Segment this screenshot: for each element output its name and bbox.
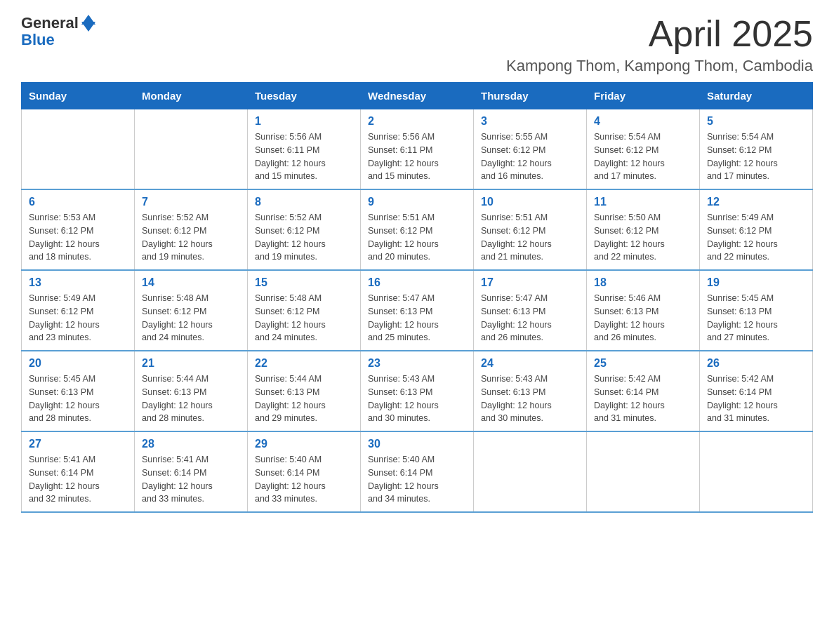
day-number: 6 [29, 196, 127, 208]
calendar-cell: 29Sunrise: 5:40 AMSunset: 6:14 PMDayligh… [248, 431, 361, 512]
calendar-cell: 20Sunrise: 5:45 AMSunset: 6:13 PMDayligh… [22, 351, 135, 431]
day-info: Sunrise: 5:45 AMSunset: 6:13 PMDaylight:… [707, 292, 805, 344]
logo-triangle-down [81, 22, 95, 32]
day-info: Sunrise: 5:40 AMSunset: 6:14 PMDaylight:… [255, 453, 353, 506]
day-info: Sunrise: 5:43 AMSunset: 6:13 PMDaylight:… [481, 373, 579, 425]
title-section: April 2025 Kampong Thom, Kampong Thom, C… [506, 14, 813, 75]
day-info: Sunrise: 5:49 AMSunset: 6:12 PMDaylight:… [29, 292, 127, 344]
day-number: 2 [368, 115, 466, 128]
day-number: 24 [481, 357, 579, 370]
day-number: 26 [707, 357, 805, 370]
calendar-cell: 14Sunrise: 5:48 AMSunset: 6:12 PMDayligh… [135, 270, 248, 351]
day-number: 18 [594, 276, 692, 289]
day-number: 16 [368, 276, 466, 289]
day-number: 27 [29, 438, 127, 450]
calendar-cell [22, 109, 135, 190]
day-info: Sunrise: 5:54 AMSunset: 6:12 PMDaylight:… [707, 130, 805, 183]
calendar-cell: 26Sunrise: 5:42 AMSunset: 6:14 PMDayligh… [700, 351, 813, 431]
day-info: Sunrise: 5:54 AMSunset: 6:12 PMDaylight:… [594, 130, 692, 183]
day-number: 30 [368, 438, 466, 450]
calendar-cell: 28Sunrise: 5:41 AMSunset: 6:14 PMDayligh… [135, 431, 248, 512]
location-title: Kampong Thom, Kampong Thom, Cambodia [506, 57, 813, 75]
day-number: 4 [594, 115, 692, 128]
day-number: 28 [142, 438, 240, 450]
calendar-cell: 13Sunrise: 5:49 AMSunset: 6:12 PMDayligh… [22, 270, 135, 351]
day-info: Sunrise: 5:42 AMSunset: 6:14 PMDaylight:… [707, 373, 805, 425]
day-info: Sunrise: 5:47 AMSunset: 6:13 PMDaylight:… [481, 292, 579, 344]
calendar-cell: 11Sunrise: 5:50 AMSunset: 6:12 PMDayligh… [587, 189, 700, 270]
day-info: Sunrise: 5:44 AMSunset: 6:13 PMDaylight:… [142, 373, 240, 425]
day-info: Sunrise: 5:52 AMSunset: 6:12 PMDaylight:… [142, 211, 240, 264]
calendar-cell: 22Sunrise: 5:44 AMSunset: 6:13 PMDayligh… [248, 351, 361, 431]
weekday-header-cell: Saturday [700, 83, 813, 109]
calendar-cell: 19Sunrise: 5:45 AMSunset: 6:13 PMDayligh… [700, 270, 813, 351]
page-header: General Blue April 2025 Kampong Thom, Ka… [21, 14, 813, 75]
weekday-header-cell: Tuesday [248, 83, 361, 109]
day-info: Sunrise: 5:52 AMSunset: 6:12 PMDaylight:… [255, 211, 353, 264]
weekday-header-cell: Wednesday [361, 83, 474, 109]
day-info: Sunrise: 5:42 AMSunset: 6:14 PMDaylight:… [594, 373, 692, 425]
day-number: 5 [707, 115, 805, 128]
day-info: Sunrise: 5:51 AMSunset: 6:12 PMDaylight:… [368, 211, 466, 264]
day-info: Sunrise: 5:45 AMSunset: 6:13 PMDaylight:… [29, 373, 127, 425]
calendar-cell [474, 431, 587, 512]
day-number: 11 [594, 196, 692, 208]
weekday-header-cell: Monday [135, 83, 248, 109]
weekday-header-row: SundayMondayTuesdayWednesdayThursdayFrid… [22, 83, 813, 109]
day-number: 17 [481, 276, 579, 289]
day-info: Sunrise: 5:44 AMSunset: 6:13 PMDaylight:… [255, 373, 353, 425]
day-number: 15 [255, 276, 353, 289]
day-number: 23 [368, 357, 466, 370]
calendar-week-row: 20Sunrise: 5:45 AMSunset: 6:13 PMDayligh… [22, 351, 813, 431]
day-number: 13 [29, 276, 127, 289]
day-info: Sunrise: 5:50 AMSunset: 6:12 PMDaylight:… [594, 211, 692, 264]
day-number: 9 [368, 196, 466, 208]
day-info: Sunrise: 5:56 AMSunset: 6:11 PMDaylight:… [255, 130, 353, 183]
day-info: Sunrise: 5:55 AMSunset: 6:12 PMDaylight:… [481, 130, 579, 183]
calendar-cell: 5Sunrise: 5:54 AMSunset: 6:12 PMDaylight… [700, 109, 813, 190]
day-number: 22 [255, 357, 353, 370]
calendar-cell: 21Sunrise: 5:44 AMSunset: 6:13 PMDayligh… [135, 351, 248, 431]
calendar-cell: 24Sunrise: 5:43 AMSunset: 6:13 PMDayligh… [474, 351, 587, 431]
logo-general: General [21, 14, 79, 32]
calendar-cell [135, 109, 248, 190]
calendar-cell: 17Sunrise: 5:47 AMSunset: 6:13 PMDayligh… [474, 270, 587, 351]
calendar-cell: 7Sunrise: 5:52 AMSunset: 6:12 PMDaylight… [135, 189, 248, 270]
month-title: April 2025 [506, 14, 813, 54]
calendar-cell: 6Sunrise: 5:53 AMSunset: 6:12 PMDaylight… [22, 189, 135, 270]
calendar-cell: 4Sunrise: 5:54 AMSunset: 6:12 PMDaylight… [587, 109, 700, 190]
day-info: Sunrise: 5:40 AMSunset: 6:14 PMDaylight:… [368, 453, 466, 506]
day-info: Sunrise: 5:56 AMSunset: 6:11 PMDaylight:… [368, 130, 466, 183]
weekday-header-cell: Thursday [474, 83, 587, 109]
calendar-cell: 9Sunrise: 5:51 AMSunset: 6:12 PMDaylight… [361, 189, 474, 270]
day-number: 20 [29, 357, 127, 370]
weekday-header-cell: Friday [587, 83, 700, 109]
calendar-cell: 1Sunrise: 5:56 AMSunset: 6:11 PMDaylight… [248, 109, 361, 190]
day-number: 25 [594, 357, 692, 370]
day-info: Sunrise: 5:48 AMSunset: 6:12 PMDaylight:… [255, 292, 353, 344]
day-number: 19 [707, 276, 805, 289]
day-number: 29 [255, 438, 353, 450]
day-number: 14 [142, 276, 240, 289]
day-number: 3 [481, 115, 579, 128]
calendar-cell [700, 431, 813, 512]
day-number: 10 [481, 196, 579, 208]
calendar-cell: 25Sunrise: 5:42 AMSunset: 6:14 PMDayligh… [587, 351, 700, 431]
day-number: 12 [707, 196, 805, 208]
day-info: Sunrise: 5:53 AMSunset: 6:12 PMDaylight:… [29, 211, 127, 264]
calendar-body: 1Sunrise: 5:56 AMSunset: 6:11 PMDaylight… [22, 109, 813, 513]
calendar-cell: 23Sunrise: 5:43 AMSunset: 6:13 PMDayligh… [361, 351, 474, 431]
day-info: Sunrise: 5:43 AMSunset: 6:13 PMDaylight:… [368, 373, 466, 425]
calendar-week-row: 6Sunrise: 5:53 AMSunset: 6:12 PMDaylight… [22, 189, 813, 270]
calendar-cell [587, 431, 700, 512]
calendar-cell: 2Sunrise: 5:56 AMSunset: 6:11 PMDaylight… [361, 109, 474, 190]
day-info: Sunrise: 5:49 AMSunset: 6:12 PMDaylight:… [707, 211, 805, 264]
calendar-cell: 27Sunrise: 5:41 AMSunset: 6:14 PMDayligh… [22, 431, 135, 512]
weekday-header-cell: Sunday [22, 83, 135, 109]
calendar-week-row: 1Sunrise: 5:56 AMSunset: 6:11 PMDaylight… [22, 109, 813, 190]
calendar-cell: 15Sunrise: 5:48 AMSunset: 6:12 PMDayligh… [248, 270, 361, 351]
calendar-cell: 30Sunrise: 5:40 AMSunset: 6:14 PMDayligh… [361, 431, 474, 512]
calendar-week-row: 13Sunrise: 5:49 AMSunset: 6:12 PMDayligh… [22, 270, 813, 351]
calendar-cell: 8Sunrise: 5:52 AMSunset: 6:12 PMDaylight… [248, 189, 361, 270]
day-info: Sunrise: 5:51 AMSunset: 6:12 PMDaylight:… [481, 211, 579, 264]
